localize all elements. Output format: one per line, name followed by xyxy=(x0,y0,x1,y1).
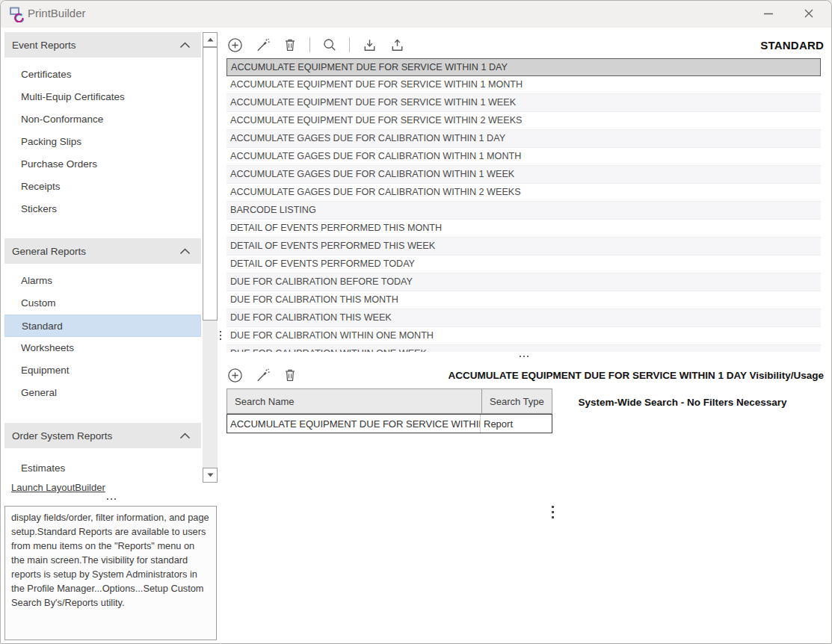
section-label: General Reports xyxy=(12,246,179,257)
chevron-up-icon xyxy=(179,42,191,49)
export-icon xyxy=(389,37,405,53)
delete-icon xyxy=(283,37,298,52)
search-table: Search NameSearch Type ACCUMULATE EQUIPM… xyxy=(227,388,552,433)
scroll-up-button[interactable] xyxy=(203,32,218,47)
table-row[interactable]: ACCUMULATE EQUIPMENT DUE FOR SERVICE WIT… xyxy=(227,414,552,433)
sidebar-item-worksheets[interactable]: Worksheets xyxy=(4,337,201,359)
grip-dots-horizontal xyxy=(520,353,529,359)
report-list: ACCUMULATE EQUIPMENT DUE FOR SERVICE WIT… xyxy=(227,58,821,352)
chevron-up-icon xyxy=(179,433,191,439)
delete-icon xyxy=(283,368,298,383)
search-icon xyxy=(322,37,337,52)
title-bar: PrintBuilder xyxy=(1,1,831,28)
toolbar-separator xyxy=(309,37,310,52)
section-header-order-system-reports[interactable]: Order System Reports xyxy=(4,423,201,448)
section-items: Estimates xyxy=(4,448,201,480)
add-button[interactable] xyxy=(227,37,243,53)
report-row[interactable]: ACCUMULATE GAGES DUE FOR CALIBRATION WIT… xyxy=(227,130,821,148)
section-items: CertificatesMulti-Equip CertificatesNon-… xyxy=(4,58,201,220)
sidebar-item-alarms[interactable]: Alarms xyxy=(4,270,201,292)
add-icon xyxy=(227,37,243,53)
sidebar-item-packing-slips[interactable]: Packing Slips xyxy=(4,131,201,153)
section-label: Event Reports xyxy=(12,40,179,51)
report-row[interactable]: DETAIL OF EVENTS PERFORMED THIS WEEK xyxy=(227,238,821,256)
report-row[interactable]: ACCUMULATE EQUIPMENT DUE FOR SERVICE WIT… xyxy=(227,58,821,76)
sidebar-splitter-handle[interactable] xyxy=(76,496,147,502)
report-row[interactable]: DUE FOR CALIBRATION WITHIN ONE WEEK xyxy=(227,345,821,352)
report-row[interactable]: DETAIL OF EVENTS PERFORMED TODAY xyxy=(227,256,821,273)
report-row[interactable]: ACCUMULATE GAGES DUE FOR CALIBRATION WIT… xyxy=(227,184,821,202)
scroll-down-button[interactable] xyxy=(203,468,218,483)
chevron-up-icon xyxy=(179,248,191,255)
section-header-general-reports[interactable]: General Reports xyxy=(4,238,201,264)
sidebar-item-custom[interactable]: Custom xyxy=(4,292,201,315)
sidebar: Event ReportsCertificatesMulti-Equip Cer… xyxy=(4,32,201,494)
delete-button[interactable] xyxy=(282,37,298,53)
report-row[interactable]: ACCUMULATE GAGES DUE FOR CALIBRATION WIT… xyxy=(227,148,821,166)
grip-dots-vertical xyxy=(552,506,554,518)
magic-wand-icon xyxy=(255,368,271,383)
visibility-toolbar: ACCUMULATE EQUIPMENT DUE FOR SERVICE WIT… xyxy=(227,364,824,386)
report-row[interactable]: DUE FOR CALIBRATION BEFORE TODAY xyxy=(227,273,821,291)
import-icon xyxy=(362,37,378,53)
delete-button[interactable] xyxy=(282,367,298,383)
visibility-usage-title: ACCUMULATE EQUIPMENT DUE FOR SERVICE WIT… xyxy=(448,370,824,381)
sidebar-scrollbar[interactable] xyxy=(203,32,218,483)
report-row[interactable]: DETAIL OF EVENTS PERFORMED THIS MONTH xyxy=(227,220,821,238)
chevron-up-icon xyxy=(179,42,191,49)
sidebar-item-certificates[interactable]: Certificates xyxy=(4,64,201,86)
report-row[interactable]: DUE FOR CALIBRATION THIS WEEK xyxy=(227,309,821,327)
system-wide-search-note: System-Wide Search - No Filters Necessar… xyxy=(559,397,806,408)
report-row[interactable]: ACCUMULATE GAGES DUE FOR CALIBRATION WIT… xyxy=(227,166,821,184)
report-row[interactable]: BARCODE LISTING xyxy=(227,202,821,220)
report-row[interactable]: ACCUMULATE EQUIPMENT DUE FOR SERVICE WIT… xyxy=(227,94,821,112)
report-row[interactable]: DUE FOR CALIBRATION THIS MONTH xyxy=(227,291,821,309)
scrollbar-thumb[interactable] xyxy=(203,47,218,321)
grip-dots xyxy=(76,496,147,502)
column-header-search-type[interactable]: Search Type xyxy=(481,388,552,414)
close-icon xyxy=(804,8,814,19)
edit-button[interactable] xyxy=(254,37,271,53)
panel-splitter[interactable] xyxy=(219,32,226,615)
report-row[interactable]: ACCUMULATE EQUIPMENT DUE FOR SERVICE WIT… xyxy=(227,112,821,130)
report-row[interactable]: DUE FOR CALIBRATION WITHIN ONE MONTH xyxy=(227,327,821,345)
toolbar-separator xyxy=(349,37,350,52)
sidebar-sections: Event ReportsCertificatesMulti-Equip Cer… xyxy=(4,32,201,480)
search-table-head: Search NameSearch Type xyxy=(227,388,552,414)
import-button[interactable] xyxy=(361,37,378,53)
export-button[interactable] xyxy=(389,37,405,53)
scroll-up-icon xyxy=(207,37,214,42)
sidebar-item-purchase-orders[interactable]: Purchase Orders xyxy=(4,153,201,176)
report-description-text: display fields/order, filter information… xyxy=(4,506,217,640)
scroll-down-icon xyxy=(207,473,214,477)
page-title: STANDARD xyxy=(760,39,824,52)
minimize-icon xyxy=(763,8,774,19)
minimize-button[interactable] xyxy=(752,1,785,26)
window-title: PrintBuilder xyxy=(28,7,86,19)
chevron-up-icon xyxy=(179,248,191,255)
sidebar-item-stickers[interactable]: Stickers xyxy=(4,198,201,220)
grip-dots-vertical xyxy=(220,331,221,340)
horizontal-splitter[interactable] xyxy=(227,352,821,361)
sidebar-item-receipts[interactable]: Receipts xyxy=(4,176,201,198)
section-header-event-reports[interactable]: Event Reports xyxy=(4,32,201,58)
app-icon xyxy=(8,6,25,22)
search-table-body: ACCUMULATE EQUIPMENT DUE FOR SERVICE WIT… xyxy=(227,414,552,433)
section-label: Order System Reports xyxy=(12,430,179,442)
sidebar-item-standard[interactable]: Standard xyxy=(4,315,201,337)
detail-splitter-handle[interactable] xyxy=(552,506,554,518)
launch-layoutbuilder-link[interactable]: Launch LayoutBuilder xyxy=(11,482,105,493)
sidebar-item-general[interactable]: General xyxy=(4,382,201,404)
report-row[interactable]: ACCUMULATE EQUIPMENT DUE FOR SERVICE WIT… xyxy=(227,76,821,94)
sidebar-item-estimates[interactable]: Estimates xyxy=(4,457,201,480)
close-button[interactable] xyxy=(792,1,825,26)
search-button[interactable] xyxy=(321,37,338,53)
edit-button[interactable] xyxy=(254,367,271,383)
column-header-search-name[interactable]: Search Name xyxy=(227,388,481,414)
sidebar-item-equipment[interactable]: Equipment xyxy=(4,359,201,382)
table-cell: ACCUMULATE EQUIPMENT DUE FOR SERVICE WIT… xyxy=(227,415,481,433)
add-button[interactable] xyxy=(227,367,243,383)
table-cell: Report xyxy=(481,415,550,433)
sidebar-item-non-conformance[interactable]: Non-Conformance xyxy=(4,108,201,131)
sidebar-item-multi-equip-certificates[interactable]: Multi-Equip Certificates xyxy=(4,86,201,108)
